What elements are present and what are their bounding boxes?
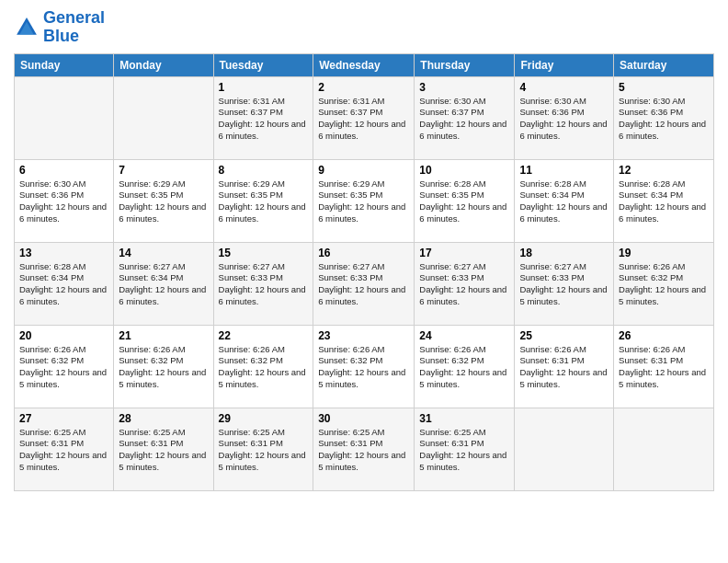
day-cell: 6Sunrise: 6:30 AM Sunset: 6:36 PM Daylig… [15,159,114,242]
day-cell: 30Sunrise: 6:25 AM Sunset: 6:31 PM Dayli… [313,408,415,490]
day-info: Sunrise: 6:26 AM Sunset: 6:32 PM Dayligh… [419,344,509,391]
day-cell: 16Sunrise: 6:27 AM Sunset: 6:33 PM Dayli… [313,242,415,325]
day-info: Sunrise: 6:26 AM Sunset: 6:32 PM Dayligh… [19,344,108,391]
logo-text: General Blue [43,9,105,46]
day-cell: 4Sunrise: 6:30 AM Sunset: 6:36 PM Daylig… [515,76,614,159]
week-row-4: 20Sunrise: 6:26 AM Sunset: 6:32 PM Dayli… [15,325,714,408]
day-cell: 20Sunrise: 6:26 AM Sunset: 6:32 PM Dayli… [15,325,114,408]
day-info: Sunrise: 6:29 AM Sunset: 6:35 PM Dayligh… [219,178,309,225]
day-number: 3 [419,81,509,94]
day-number: 28 [119,412,208,425]
day-cell: 18Sunrise: 6:27 AM Sunset: 6:33 PM Dayli… [515,242,614,325]
day-info: Sunrise: 6:26 AM Sunset: 6:32 PM Dayligh… [318,344,409,391]
day-number: 31 [419,412,509,425]
day-number: 9 [318,164,409,177]
day-cell: 11Sunrise: 6:28 AM Sunset: 6:34 PM Dayli… [515,159,614,242]
day-info: Sunrise: 6:29 AM Sunset: 6:35 PM Dayligh… [119,178,208,225]
day-number: 24 [419,329,509,342]
calendar: SundayMondayTuesdayWednesdayThursdayFrid… [14,53,714,491]
day-number: 11 [519,164,609,177]
day-info: Sunrise: 6:30 AM Sunset: 6:36 PM Dayligh… [519,96,609,143]
logo-icon [14,15,40,40]
day-number: 19 [619,247,709,259]
day-number: 22 [219,329,309,342]
day-info: Sunrise: 6:27 AM Sunset: 6:33 PM Dayligh… [519,261,609,308]
day-number: 5 [619,81,709,94]
day-info: Sunrise: 6:26 AM Sunset: 6:32 PM Dayligh… [119,344,208,391]
day-number: 18 [519,247,609,259]
day-info: Sunrise: 6:31 AM Sunset: 6:37 PM Dayligh… [318,96,409,143]
day-number: 26 [619,329,709,342]
day-info: Sunrise: 6:28 AM Sunset: 6:34 PM Dayligh… [619,178,709,225]
week-row-3: 13Sunrise: 6:28 AM Sunset: 6:34 PM Dayli… [15,242,714,325]
day-cell: 12Sunrise: 6:28 AM Sunset: 6:34 PM Dayli… [614,159,714,242]
day-info: Sunrise: 6:26 AM Sunset: 6:32 PM Dayligh… [219,344,309,391]
day-info: Sunrise: 6:25 AM Sunset: 6:31 PM Dayligh… [19,427,108,474]
day-info: Sunrise: 6:26 AM Sunset: 6:31 PM Dayligh… [619,344,709,391]
day-cell: 14Sunrise: 6:27 AM Sunset: 6:34 PM Dayli… [114,242,213,325]
day-cell: 23Sunrise: 6:26 AM Sunset: 6:32 PM Dayli… [313,325,415,408]
day-number: 21 [119,329,208,342]
day-info: Sunrise: 6:30 AM Sunset: 6:36 PM Dayligh… [619,96,709,143]
column-header-monday: Monday [114,53,213,76]
day-info: Sunrise: 6:27 AM Sunset: 6:33 PM Dayligh… [219,261,309,308]
day-cell: 3Sunrise: 6:30 AM Sunset: 6:37 PM Daylig… [415,76,515,159]
day-number: 2 [318,81,409,94]
day-cell: 27Sunrise: 6:25 AM Sunset: 6:31 PM Dayli… [15,408,114,490]
day-info: Sunrise: 6:30 AM Sunset: 6:36 PM Dayligh… [19,178,108,225]
day-info: Sunrise: 6:25 AM Sunset: 6:31 PM Dayligh… [318,427,409,474]
day-info: Sunrise: 6:28 AM Sunset: 6:34 PM Dayligh… [19,261,108,308]
column-header-wednesday: Wednesday [313,53,415,76]
day-number: 13 [19,247,108,259]
day-info: Sunrise: 6:26 AM Sunset: 6:32 PM Dayligh… [619,261,709,308]
day-number: 29 [219,412,309,425]
day-number: 1 [219,81,309,94]
day-info: Sunrise: 6:25 AM Sunset: 6:31 PM Dayligh… [219,427,309,474]
day-cell: 15Sunrise: 6:27 AM Sunset: 6:33 PM Dayli… [213,242,313,325]
day-number: 6 [19,164,108,177]
day-cell: 1Sunrise: 6:31 AM Sunset: 6:37 PM Daylig… [213,76,313,159]
day-cell: 24Sunrise: 6:26 AM Sunset: 6:32 PM Dayli… [415,325,515,408]
day-cell: 13Sunrise: 6:28 AM Sunset: 6:34 PM Dayli… [15,242,114,325]
day-cell: 5Sunrise: 6:30 AM Sunset: 6:36 PM Daylig… [614,76,714,159]
day-cell: 8Sunrise: 6:29 AM Sunset: 6:35 PM Daylig… [213,159,313,242]
day-number: 14 [119,247,208,259]
column-header-tuesday: Tuesday [213,53,313,76]
day-number: 10 [419,164,509,177]
page: General Blue SundayMondayTuesdayWednesda… [0,0,728,563]
header: General Blue [14,9,714,46]
day-cell [114,76,213,159]
column-header-friday: Friday [515,53,614,76]
day-cell: 17Sunrise: 6:27 AM Sunset: 6:33 PM Dayli… [415,242,515,325]
day-cell: 26Sunrise: 6:26 AM Sunset: 6:31 PM Dayli… [614,325,714,408]
day-number: 8 [219,164,309,177]
day-info: Sunrise: 6:25 AM Sunset: 6:31 PM Dayligh… [419,427,509,474]
day-info: Sunrise: 6:30 AM Sunset: 6:37 PM Dayligh… [419,96,509,143]
day-cell: 7Sunrise: 6:29 AM Sunset: 6:35 PM Daylig… [114,159,213,242]
day-cell: 25Sunrise: 6:26 AM Sunset: 6:31 PM Dayli… [515,325,614,408]
day-cell: 28Sunrise: 6:25 AM Sunset: 6:31 PM Dayli… [114,408,213,490]
logo: General Blue [14,9,105,46]
day-number: 27 [19,412,108,425]
day-info: Sunrise: 6:28 AM Sunset: 6:34 PM Dayligh… [519,178,609,225]
column-header-saturday: Saturday [614,53,714,76]
day-cell: 10Sunrise: 6:28 AM Sunset: 6:35 PM Dayli… [415,159,515,242]
day-number: 23 [318,329,409,342]
day-number: 4 [519,81,609,94]
day-number: 25 [519,329,609,342]
day-number: 16 [318,247,409,259]
week-row-1: 1Sunrise: 6:31 AM Sunset: 6:37 PM Daylig… [15,76,714,159]
day-info: Sunrise: 6:26 AM Sunset: 6:31 PM Dayligh… [519,344,609,391]
day-cell: 29Sunrise: 6:25 AM Sunset: 6:31 PM Dayli… [213,408,313,490]
day-info: Sunrise: 6:27 AM Sunset: 6:33 PM Dayligh… [419,261,509,308]
day-info: Sunrise: 6:25 AM Sunset: 6:31 PM Dayligh… [119,427,208,474]
day-cell [15,76,114,159]
day-cell: 9Sunrise: 6:29 AM Sunset: 6:35 PM Daylig… [313,159,415,242]
day-cell: 19Sunrise: 6:26 AM Sunset: 6:32 PM Dayli… [614,242,714,325]
day-number: 20 [19,329,108,342]
day-info: Sunrise: 6:29 AM Sunset: 6:35 PM Dayligh… [318,178,409,225]
day-cell [614,408,714,490]
day-number: 15 [219,247,309,259]
day-cell: 21Sunrise: 6:26 AM Sunset: 6:32 PM Dayli… [114,325,213,408]
day-info: Sunrise: 6:27 AM Sunset: 6:33 PM Dayligh… [318,261,409,308]
